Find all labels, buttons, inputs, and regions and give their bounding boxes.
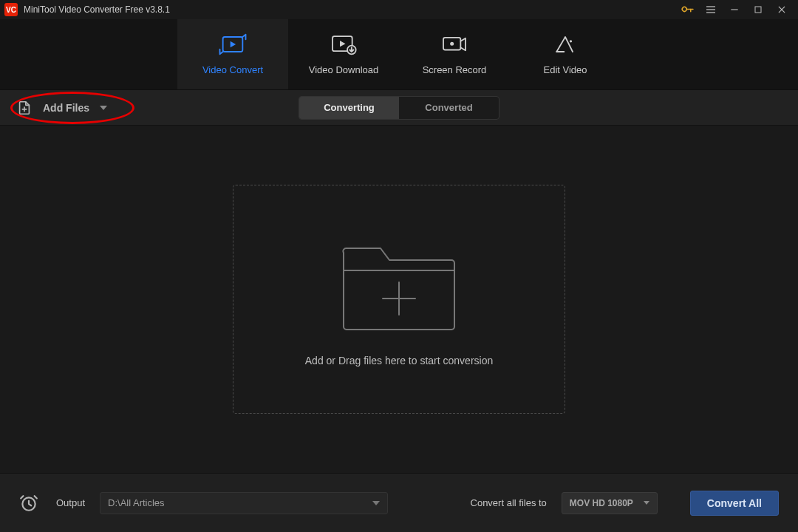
subtab-converting[interactable]: Converting	[299, 97, 399, 119]
chevron-down-icon	[372, 501, 380, 505]
license-key-icon[interactable]	[675, 0, 699, 19]
convert-all-button[interactable]: Convert All	[690, 491, 779, 516]
titlebar: VC MiniTool Video Converter Free v3.8.1	[0, 0, 798, 19]
add-files-label: Add Files	[43, 102, 89, 114]
toolbar: Add Files Converting Converted	[0, 90, 798, 126]
output-format-value: MOV HD 1080P	[570, 498, 633, 508]
bottom-bar: Output D:\All Articles Convert all files…	[0, 473, 798, 532]
tab-video-convert-label: Video Convert	[202, 64, 263, 75]
convert-icon	[218, 33, 248, 55]
main-area: Add or Drag files here to start conversi…	[0, 126, 798, 473]
svg-marker-9	[231, 41, 236, 47]
subtab-converted[interactable]: Converted	[399, 97, 499, 119]
drop-hint: Add or Drag files here to start conversi…	[305, 355, 493, 366]
subtabs: Converting Converted	[299, 96, 499, 120]
menu-icon[interactable]	[699, 0, 723, 19]
svg-marker-11	[340, 41, 346, 47]
svg-point-15	[570, 40, 572, 42]
scheduler-icon[interactable]	[19, 494, 38, 513]
add-files-button[interactable]: Add Files	[16, 90, 107, 125]
tab-edit-video[interactable]: Edit Video	[510, 19, 621, 89]
tab-video-download[interactable]: Video Download	[288, 19, 399, 89]
tab-screen-record[interactable]: Screen Record	[399, 19, 510, 89]
chevron-down-icon	[644, 501, 649, 505]
maximize-button[interactable]	[746, 0, 770, 19]
output-path-value: D:\All Articles	[108, 497, 165, 508]
edit-icon	[550, 33, 580, 55]
tab-video-download-label: Video Download	[309, 64, 378, 75]
app-logo-icon: VC	[4, 3, 18, 16]
drop-target[interactable]: Add or Drag files here to start conversi…	[233, 185, 565, 414]
svg-point-14	[450, 42, 454, 46]
folder-plus-icon	[336, 232, 462, 335]
output-label: Output	[56, 497, 85, 508]
tab-edit-video-label: Edit Video	[543, 64, 587, 75]
download-icon	[329, 33, 358, 55]
tab-screen-record-label: Screen Record	[423, 64, 487, 75]
chevron-down-icon	[100, 106, 107, 110]
close-button[interactable]	[770, 0, 794, 19]
add-file-icon	[16, 100, 33, 116]
convert-all-label: Convert all files to	[471, 497, 547, 508]
minimize-button[interactable]	[723, 0, 746, 19]
main-tabs: Video Convert Video Download	[0, 19, 798, 90]
output-format-select[interactable]: MOV HD 1080P	[562, 492, 658, 514]
tab-video-convert[interactable]: Video Convert	[177, 19, 288, 89]
output-path-select[interactable]: D:\All Articles	[100, 492, 388, 514]
svg-rect-5	[755, 7, 761, 13]
window-title: MiniTool Video Converter Free v3.8.1	[24, 4, 170, 15]
record-icon	[440, 33, 469, 55]
